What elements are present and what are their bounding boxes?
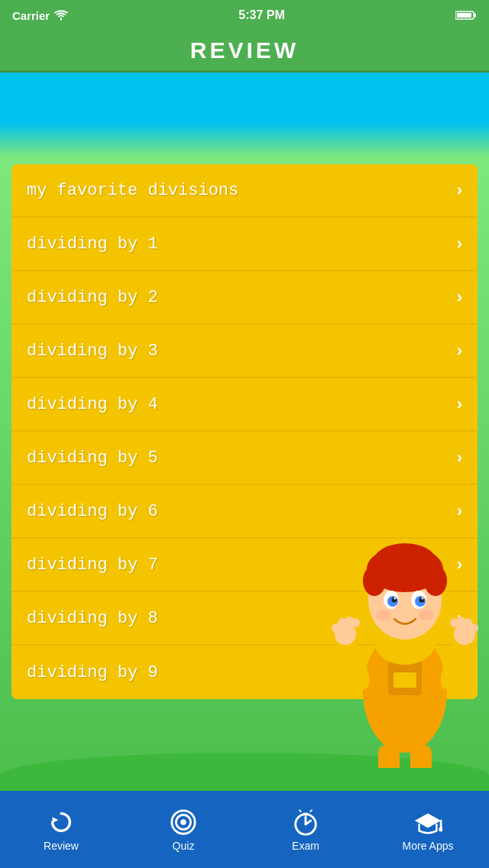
tab-bar: Review Quiz Exam More Apps [0, 791, 489, 868]
tab-review[interactable]: Review [15, 799, 107, 860]
list-item-label-9: dividing by 9 [27, 663, 158, 682]
svg-rect-5 [393, 672, 416, 688]
page-title: REVIEW [190, 37, 299, 63]
tab-review-label: Review [44, 840, 79, 852]
list-item-4[interactable]: dividing by 4› [11, 378, 478, 432]
svg-line-51 [299, 809, 301, 811]
list-item-label-5: dividing by 5 [27, 449, 158, 468]
tab-quiz[interactable]: Quiz [138, 799, 229, 860]
mortarboard-icon [413, 808, 442, 837]
svg-rect-50 [303, 812, 309, 815]
stopwatch-icon [291, 808, 320, 837]
list-item-label-4: dividing by 4 [27, 395, 158, 414]
battery-icon [455, 10, 477, 21]
svg-marker-43 [53, 817, 59, 823]
svg-point-22 [422, 598, 424, 600]
list-item-label-7: dividing by 7 [27, 555, 158, 575]
list-item-chevron-5: › [457, 448, 462, 468]
character-svg [329, 500, 481, 768]
tab-quiz-label: Quiz [173, 840, 195, 852]
svg-point-24 [419, 610, 434, 620]
list-item-chevron-0: › [457, 180, 462, 200]
list-item-label-8: dividing by 8 [27, 609, 158, 628]
wifi-icon [54, 10, 68, 21]
svg-point-21 [394, 598, 397, 600]
tab-exam-label: Exam [292, 840, 319, 852]
list-item-3[interactable]: dividing by 3› [11, 325, 478, 378]
tab-exam[interactable]: Exam [260, 799, 351, 860]
svg-rect-2 [457, 13, 471, 18]
list-item-chevron-3: › [457, 341, 462, 361]
tab-more-apps-label: More Apps [403, 840, 454, 852]
tab-more-apps[interactable]: More Apps [382, 799, 474, 860]
target-icon [169, 808, 198, 837]
list-item-1[interactable]: dividing by 1› [11, 218, 478, 271]
sky-background [0, 73, 489, 157]
list-item-2[interactable]: dividing by 2› [11, 271, 478, 325]
list-item-0[interactable]: my favorite divisions› [11, 164, 478, 218]
header: REVIEW [0, 31, 489, 73]
list-item-label-1: dividing by 1 [27, 235, 158, 254]
svg-rect-1 [474, 14, 476, 18]
status-time: 5:37 PM [238, 8, 284, 22]
list-item-label-6: dividing by 6 [27, 502, 158, 521]
list-item-chevron-1: › [457, 234, 462, 254]
svg-point-55 [439, 827, 442, 831]
carrier-label: Carrier [12, 9, 50, 22]
character-mascot [329, 500, 481, 768]
list-item-label-2: dividing by 2 [27, 288, 158, 307]
svg-point-14 [374, 543, 436, 577]
refresh-icon [47, 808, 76, 837]
svg-point-36 [450, 618, 459, 627]
svg-point-46 [180, 819, 186, 825]
main-content: my favorite divisions›dividing by 1›divi… [0, 157, 489, 791]
list-item-label-0: my favorite divisions [27, 181, 238, 200]
svg-line-52 [310, 809, 313, 811]
svg-point-30 [351, 618, 360, 627]
list-item-5[interactable]: dividing by 5› [11, 432, 478, 485]
svg-rect-37 [378, 745, 400, 768]
status-bar: Carrier 5:37 PM [0, 0, 489, 31]
list-item-chevron-4: › [457, 394, 462, 414]
list-item-chevron-2: › [457, 287, 462, 307]
status-battery [455, 10, 477, 21]
svg-point-23 [376, 610, 391, 620]
svg-rect-38 [410, 745, 432, 768]
list-item-label-3: dividing by 3 [27, 342, 158, 361]
status-carrier: Carrier [12, 9, 68, 22]
